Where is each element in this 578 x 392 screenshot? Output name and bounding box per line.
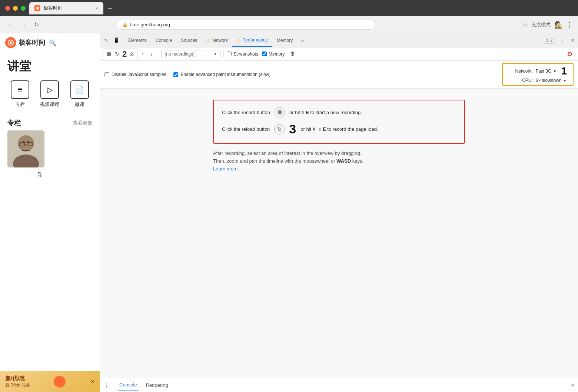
devtools-right-icons: ⚠ 2 ⋮ ×	[543, 34, 577, 46]
recordings-dropdown[interactable]: (no recordings) ▼	[161, 50, 220, 58]
promo-banner: 赢/优/惠 直 35元 礼券 ×	[0, 371, 100, 392]
memory-checkbox-label[interactable]: Memory	[262, 52, 285, 57]
record-button[interactable]	[105, 50, 113, 58]
site-logo-text: 极客时间	[19, 38, 45, 47]
promo-text: 赢/优/惠	[5, 375, 30, 382]
bookmark-icon[interactable]: ☆	[522, 21, 528, 28]
trash-button[interactable]: 🗑	[288, 49, 298, 59]
stop-button[interactable]: ⊘	[127, 49, 136, 59]
svg-point-3	[18, 135, 34, 152]
record-btn-inner	[278, 110, 282, 114]
screenshot-checkbox-label[interactable]: Screenshots	[227, 52, 258, 57]
cpu-throttle-label: CPU:	[509, 78, 533, 83]
address-bar: ← → ↻ 🔒 time.geekbang.org ☆ 无痕模式 🕵 ⋮	[0, 16, 578, 33]
number2-label: 2	[122, 49, 127, 59]
tab-network[interactable]: ⚠ Network	[202, 34, 232, 47]
disable-js-label[interactable]: Disable JavaScript samples	[104, 72, 166, 77]
browser-window: 极 极客时间 × + ← → ↻ 🔒 time.geekbang.org ☆ 无…	[0, 0, 578, 392]
instruction-line2-after: or hit ⌘ ⇧ E to record the page load.	[300, 126, 378, 132]
tab-elements[interactable]: Elements	[124, 34, 151, 47]
rendering-bar-tab[interactable]: Rendering	[144, 379, 170, 391]
incognito-icon: 🕵	[554, 21, 562, 29]
tab-sources[interactable]: Sources	[176, 34, 202, 47]
devtools-tab-bar: ↖ 📱 Elements Console Sources ⚠ Network ⚠	[100, 33, 578, 47]
zhulan-label: 专栏	[15, 101, 25, 108]
instruction-box: Click the record button or hit ⌘ E to st…	[213, 100, 465, 144]
console-bar-dots[interactable]: ⋮	[104, 382, 110, 389]
section2-title: 专栏	[7, 119, 21, 127]
nav-back-button[interactable]: ←	[5, 20, 16, 30]
traffic-lights	[5, 6, 26, 11]
learn-more-link[interactable]: Learn more	[213, 166, 237, 172]
screenshot-checkbox[interactable]	[227, 52, 232, 56]
main-content: 极客时间 🔍 讲堂 ≡ 专栏 ▷ 视频课程 📄	[0, 33, 578, 392]
cpu-throttle-value: 6× slowdown	[536, 78, 562, 83]
traffic-light-green[interactable]	[21, 6, 26, 11]
url-text: time.geekbang.org	[130, 22, 170, 27]
section2-link[interactable]: 查看全部	[73, 120, 92, 126]
promo-close-btn[interactable]: ×	[90, 378, 94, 386]
nav-forward-button[interactable]: →	[19, 20, 29, 30]
cpu-throttle-row: CPU: 6× slowdown ▼	[509, 78, 567, 83]
devtools-panel: ↖ 📱 Elements Console Sources ⚠ Network ⚠	[100, 33, 578, 392]
svg-point-1	[10, 41, 12, 44]
tab-title: 极客时间	[43, 5, 92, 11]
new-tab-button[interactable]: +	[104, 4, 116, 13]
network-throttle-dropdown[interactable]: Fast 3G ▼	[536, 69, 557, 74]
console-bar-close[interactable]: ×	[571, 382, 574, 389]
traffic-light-red[interactable]	[5, 6, 10, 11]
tab-performance[interactable]: ⚠ Performance	[232, 34, 272, 47]
console-bar-tab[interactable]: Console	[118, 379, 139, 391]
record-btn-visual	[275, 107, 285, 117]
site-logo-icon	[5, 37, 16, 48]
tab-close-icon[interactable]: ×	[95, 6, 98, 11]
reload-record-button[interactable]: ↻	[113, 49, 122, 59]
disable-js-checkbox[interactable]	[104, 72, 109, 77]
nav-refresh-button[interactable]: ↻	[32, 20, 41, 30]
weike-label: 微课	[75, 101, 84, 108]
adv-paint-label[interactable]: Enable advanced paint instrumentation (s…	[173, 72, 270, 77]
gear-button[interactable]: ⚙	[565, 49, 575, 60]
recordings-arrow: ▼	[213, 52, 217, 56]
devtools-icon-cursor[interactable]: ↖	[102, 34, 111, 46]
category-weike[interactable]: 📄 微课	[67, 80, 92, 108]
number3-label: 3	[289, 122, 296, 136]
devtools-close[interactable]: ×	[569, 35, 577, 46]
incognito-label: 无痕模式	[531, 21, 551, 28]
network-throttle-label: Network:	[509, 69, 533, 74]
download-button[interactable]: ↓	[148, 50, 155, 59]
cpu-throttle-dropdown[interactable]: 6× slowdown ▼	[536, 78, 567, 83]
category-video[interactable]: ▷ 视频课程	[37, 80, 62, 108]
number1-label: 1	[561, 66, 567, 76]
after-text-part2: keys.	[351, 158, 363, 164]
tab-console[interactable]: Console	[151, 34, 176, 47]
instruction-line1-before: Click the record button	[222, 110, 270, 115]
site-search-icon[interactable]: 🔍	[49, 39, 56, 46]
wasd-keys: WASD	[336, 158, 351, 164]
devtools-icon-phone[interactable]: 📱	[111, 34, 122, 46]
sort-icon[interactable]: ⇅	[37, 170, 43, 179]
upload-button[interactable]: ↑	[139, 50, 146, 59]
category-zhulan[interactable]: ≡ 专栏	[7, 80, 33, 108]
section-title: 讲堂	[7, 58, 92, 74]
adv-paint-checkbox[interactable]	[173, 72, 178, 77]
menu-icon[interactable]: ⋮	[566, 21, 573, 29]
section2-header: 专栏 查看全部	[0, 114, 100, 130]
reload-btn-visual: ↻	[274, 124, 285, 134]
active-tab[interactable]: 极 极客时间 ×	[29, 2, 103, 14]
tab-memory[interactable]: Memory	[272, 34, 297, 47]
video-label: 视频课程	[40, 101, 59, 108]
address-input[interactable]: 🔒 time.geekbang.org	[116, 20, 375, 30]
perf-toolbar: ↻ 2 ⊘ ↑ ↓ (no recordings) ▼ Screenshots	[100, 47, 578, 61]
svg-rect-7	[22, 150, 30, 151]
network-throttle-arrow: ▼	[553, 69, 557, 73]
traffic-light-yellow[interactable]	[13, 6, 18, 11]
perf-settings-row: Disable JavaScript samples Enable advanc…	[100, 61, 578, 89]
record-group: ↻ 2 ⊘	[103, 48, 138, 60]
cpu-throttle-arrow: ▼	[563, 79, 567, 83]
after-instructions: After recording, select an area of inter…	[213, 150, 465, 173]
website-panel: 极客时间 🔍 讲堂 ≡ 专栏 ▷ 视频课程 📄	[0, 33, 100, 392]
tab-more[interactable]: »	[297, 34, 308, 46]
devtools-kebab[interactable]: ⋮	[557, 34, 567, 46]
memory-checkbox[interactable]	[262, 52, 267, 56]
